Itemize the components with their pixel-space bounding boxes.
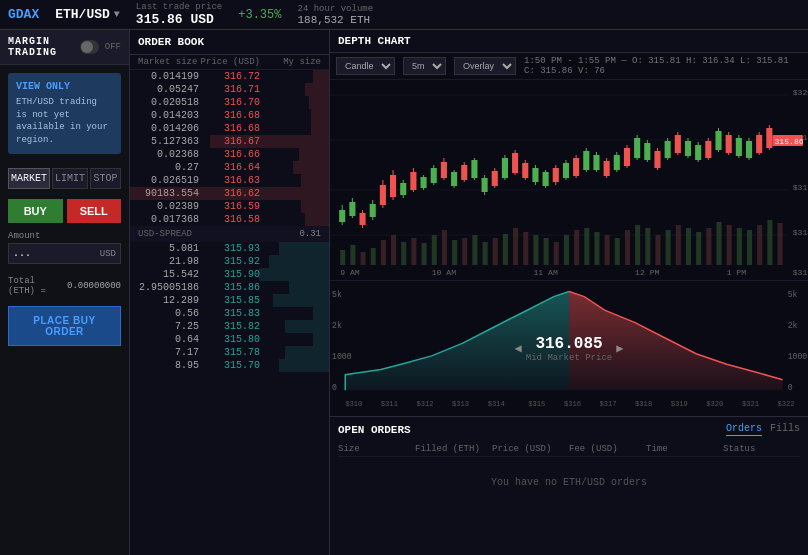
bid-row[interactable]: 5.081 315.93 [130,242,329,255]
bid-row[interactable]: 2.95005186 315.86 [130,281,329,294]
svg-rect-120 [675,135,681,153]
bid-price: 315.70 [199,360,260,371]
svg-text:$312: $312 [416,400,433,408]
ask-row[interactable]: 0.026519 316.63 [130,174,329,187]
bid-row[interactable]: 21.98 315.92 [130,255,329,268]
interval-select[interactable]: 5m [403,57,446,75]
svg-text:$316: $316 [564,400,581,408]
svg-rect-20 [452,240,457,265]
svg-rect-80 [471,160,477,178]
bid-row[interactable]: 0.64 315.80 [130,333,329,346]
svg-rect-16 [411,238,416,265]
ask-row[interactable]: 0.014199 316.72 [130,70,329,83]
svg-rect-35 [605,235,610,265]
total-row: Total (ETH) = 0.00000000 [0,272,129,300]
ask-price: 316.66 [199,149,260,160]
ask-row[interactable]: 5.127363 316.67 [130,135,329,148]
col-time: Time [646,444,723,454]
col-price: Price (USD) [492,444,569,454]
chart-type-select[interactable]: Candle [336,57,395,75]
ask-my-size [260,71,321,82]
ask-row[interactable]: 0.27 316.64 [130,161,329,174]
ask-row[interactable]: 0.05247 316.71 [130,83,329,96]
svg-text:2k: 2k [332,321,342,330]
margin-toggle-switch[interactable] [80,40,99,54]
svg-text:$317: $317 [600,400,617,408]
ask-row[interactable]: 0.014206 316.68 [130,122,329,135]
svg-rect-14 [391,235,396,265]
bid-row[interactable]: 15.542 315.90 [130,268,329,281]
svg-rect-47 [727,225,732,265]
overlay-select[interactable]: Overlay [454,57,516,75]
chart-ohlc-info: 1:50 PM - 1:55 PM — O: 315.81 H: 316.34 … [524,56,802,76]
ask-row[interactable]: 90183.554 316.62 [130,187,329,200]
empty-orders-message: You have no ETH/USD orders [338,457,800,508]
ask-row[interactable]: 0.014203 316.68 [130,109,329,122]
bid-row[interactable]: 7.17 315.78 [130,346,329,359]
bid-row[interactable]: 7.25 315.82 [130,320,329,333]
price-change: +3.35% [238,8,281,22]
svg-rect-19 [442,230,447,265]
ask-size: 0.02368 [138,149,199,160]
bid-row[interactable]: 8.95 315.70 [130,359,329,372]
svg-rect-13 [381,240,386,265]
bid-price: 315.85 [199,295,260,306]
last-trade: Last trade price 315.86 USD [136,2,222,27]
svg-rect-138 [766,128,772,148]
svg-rect-48 [737,228,742,265]
order-type-tabs: MARKET LIMIT STOP [8,168,121,189]
volume: 24 hour volume 188,532 ETH [297,4,373,26]
svg-text:$321: $321 [742,400,759,408]
ask-row[interactable]: 0.017368 316.58 [130,213,329,226]
sell-button[interactable]: SELL [67,199,122,223]
bid-my-size [260,334,321,345]
bid-row[interactable]: 12.289 315.85 [130,294,329,307]
bid-size: 7.17 [138,347,199,358]
svg-rect-22 [472,235,477,265]
svg-text:0: 0 [788,383,793,392]
ask-size: 5.127363 [138,136,199,147]
svg-rect-110 [624,148,630,166]
tab-stop[interactable]: STOP [90,168,121,189]
svg-text:$320: $320 [793,88,808,97]
svg-rect-23 [483,242,488,265]
amount-input[interactable]: ... USD [8,243,121,264]
bid-row[interactable]: 0.56 315.83 [130,307,329,320]
ask-size: 0.014199 [138,71,199,82]
svg-rect-132 [736,138,742,156]
order-book-columns: Market size Price (USD) My size [130,55,329,70]
svg-rect-94 [543,172,549,186]
svg-rect-45 [706,228,711,265]
svg-rect-38 [635,225,640,265]
ask-row[interactable]: 0.02368 316.66 [130,148,329,161]
svg-rect-33 [584,228,589,265]
svg-text:2k: 2k [788,321,798,330]
svg-rect-64 [390,175,396,197]
bid-price: 315.80 [199,334,260,345]
tab-orders[interactable]: Orders [726,423,762,436]
trading-pair[interactable]: ETH/USD ▼ [55,7,120,22]
ask-size: 0.27 [138,162,199,173]
place-buy-order-button[interactable]: PLACE BUY ORDER [8,306,121,346]
ask-row[interactable]: 0.020518 316.70 [130,96,329,109]
tab-market[interactable]: MARKET [8,168,50,189]
candle-chart-area: $320 $318 $316 $314 $312 [330,80,808,280]
buy-button[interactable]: BUY [8,199,63,223]
bid-price: 315.83 [199,308,260,319]
tab-limit[interactable]: LIMIT [52,168,88,189]
svg-text:$314: $314 [488,400,505,408]
svg-rect-12 [371,248,376,265]
svg-rect-84 [492,171,498,186]
main-layout: MARGIN TRADING OFF VIEW ONLY ETH/USD tra… [0,30,808,555]
mid-price-right-arrow[interactable]: ▶ [616,341,623,356]
ask-size: 0.02389 [138,201,199,212]
candle-chart-svg: $320 $318 $316 $314 $312 [330,80,808,280]
ask-row[interactable]: 0.02389 316.59 [130,200,329,213]
tab-fills[interactable]: Fills [770,423,800,436]
view-only-text: ETH/USD trading is not yet available in … [16,96,113,146]
svg-text:$318: $318 [635,400,652,408]
mid-price-left-arrow[interactable]: ◀ [515,341,522,356]
open-orders-tabs: Orders Fills [726,423,800,436]
svg-rect-124 [695,145,701,160]
svg-rect-78 [461,165,467,180]
